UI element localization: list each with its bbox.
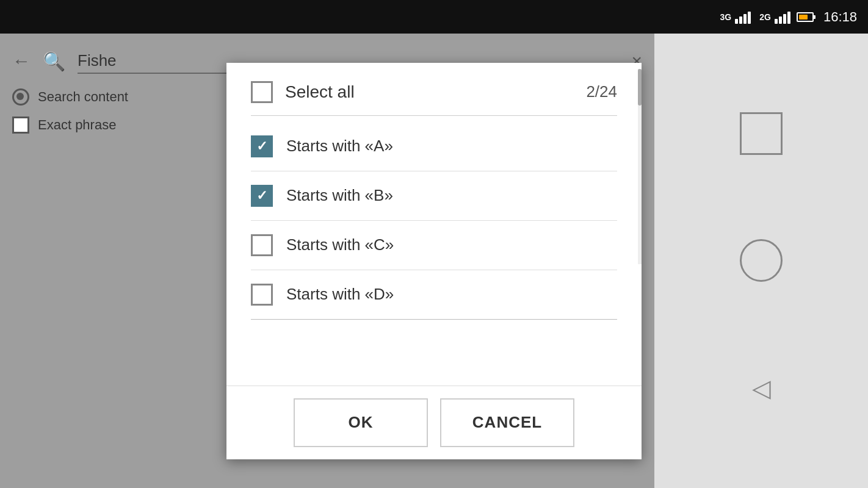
item-d-label: Starts with «D» <box>286 285 394 304</box>
signal-bars-2 <box>775 10 790 24</box>
list-item[interactable]: Starts with «D» <box>251 270 617 320</box>
item-c-label: Starts with «C» <box>286 235 394 254</box>
items-list: Starts with «A» Starts with «B» Starts w… <box>251 122 617 320</box>
dialog-buttons: OK CANCEL <box>226 386 642 459</box>
list-item[interactable]: Starts with «C» <box>251 221 617 270</box>
select-all-checkbox[interactable] <box>251 81 273 103</box>
status-icons: 3G 2G 16:18 <box>720 9 857 25</box>
mobile-signal-2: 2G <box>759 12 771 22</box>
item-c-checkbox[interactable] <box>251 234 273 256</box>
item-b-checkbox[interactable] <box>251 185 273 207</box>
list-item[interactable]: Starts with «B» <box>251 171 617 221</box>
ok-button[interactable]: OK <box>294 398 428 447</box>
scroll-thumb <box>638 69 642 106</box>
modal-overlay: Select all 2/24 Starts with «A» Starts w… <box>0 34 868 488</box>
item-a-checkbox[interactable] <box>251 135 273 157</box>
status-bar: 3G 2G 16:18 <box>0 0 868 34</box>
scroll-indicator <box>638 69 642 264</box>
filter-dialog: Select all 2/24 Starts with «A» Starts w… <box>226 63 642 459</box>
item-b-label: Starts with «B» <box>286 186 393 205</box>
signal-bars-1 <box>735 10 751 24</box>
select-all-row[interactable]: Select all 2/24 <box>251 81 617 116</box>
mobile-signal-1: 3G <box>720 12 732 22</box>
list-item[interactable]: Starts with «A» <box>251 122 617 171</box>
item-a-label: Starts with «A» <box>286 137 393 156</box>
select-all-left: Select all <box>251 81 355 103</box>
select-all-label: Select all <box>285 82 355 102</box>
status-time: 16:18 <box>823 9 857 25</box>
battery-icon <box>797 12 814 22</box>
dialog-content: Select all 2/24 Starts with «A» Starts w… <box>226 63 642 386</box>
cancel-button[interactable]: CANCEL <box>440 398 574 447</box>
item-d-checkbox[interactable] <box>251 284 273 306</box>
count-badge: 2/24 <box>586 82 617 101</box>
